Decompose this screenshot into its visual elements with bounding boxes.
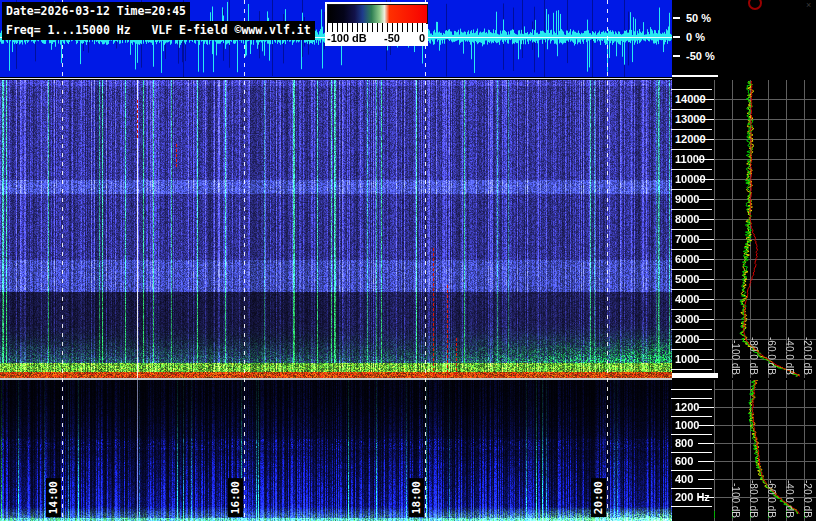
- freq-label-dash: [698, 99, 714, 100]
- db-label-upper: -40.0 dB: [784, 337, 795, 375]
- freq-tick-label: 3000: [675, 313, 699, 325]
- freq-minor-tick: [671, 209, 712, 210]
- freq-label-dash: [698, 279, 714, 280]
- vlf-monitor-screen: Date=2026-03-12 Time=20:45 Freq= 1...150…: [0, 0, 816, 521]
- freq-minor-tick: [671, 189, 712, 190]
- freq-minor-tick: [671, 309, 712, 310]
- db-label-upper: -20.0 dB: [802, 337, 813, 375]
- separator-spectrogram-panels: [0, 378, 672, 380]
- freq-tick-label: 1000: [675, 353, 699, 365]
- freq-tick-label: 8000: [675, 213, 699, 225]
- freq-minor-tick: [671, 329, 712, 330]
- db-label-upper: -100 dB: [730, 340, 741, 375]
- separator-right-mid: [672, 373, 718, 378]
- freq-label-dash: [698, 359, 714, 360]
- freq-label-dash: [698, 139, 714, 140]
- freq-minor-tick: [671, 169, 712, 170]
- freq-label-dash: [698, 443, 714, 444]
- db-label-lower: -20.0 dB: [802, 480, 813, 518]
- percent-label: 50 %: [686, 12, 711, 24]
- freq-label-dash: [698, 159, 714, 160]
- separator-waveform-spectrogram: [0, 78, 672, 79]
- separator-right-top: [672, 75, 718, 77]
- freq-label-dash: [698, 425, 714, 426]
- freq-label-dash: [698, 299, 714, 300]
- percent-label: -50 %: [686, 50, 715, 62]
- percent-label: 0 %: [686, 31, 705, 43]
- red-circle-indicator: [748, 0, 762, 10]
- freq-minor-tick: [671, 398, 712, 399]
- freq-minor-tick: [671, 129, 712, 130]
- freq-minor-tick: [671, 470, 712, 471]
- spectrogram-lower: [0, 380, 672, 521]
- freq-minor-tick: [671, 416, 712, 417]
- freq-tick-label: 4000: [675, 293, 699, 305]
- header-freq-station: Freq= 1...15000 Hz VLF E-field ©www.vlf.…: [2, 21, 315, 40]
- faint-corner-glyph: ×: [806, 0, 811, 10]
- freq-minor-tick: [671, 149, 712, 150]
- freq-label-dash: [698, 407, 714, 408]
- freq-tick-label: 400: [675, 473, 693, 485]
- freq-minor-tick: [671, 506, 712, 507]
- freq-minor-tick: [671, 434, 712, 435]
- header-date-time: Date=2026-03-12 Time=20:45: [2, 2, 190, 21]
- freq-minor-tick: [671, 109, 712, 110]
- spectrum-plot-upper: [714, 80, 816, 378]
- freq-minor-tick: [671, 249, 712, 250]
- time-gridline: [62, 0, 63, 521]
- percent-tick: [673, 36, 680, 38]
- db-label-lower: -100 dB: [730, 483, 741, 518]
- freq-tick-label: 1000: [675, 419, 699, 431]
- freq-minor-tick: [671, 369, 712, 370]
- color-scale-ruler: [327, 23, 426, 32]
- percent-tick: [673, 55, 680, 57]
- db-label-upper: -60.0 dB: [766, 337, 777, 375]
- time-gridline: [244, 0, 245, 521]
- freq-label-dash: [698, 461, 714, 462]
- color-scale-labels: -100 dB -50 0: [327, 32, 426, 45]
- percent-tick: [673, 17, 680, 19]
- time-gridline: [425, 0, 426, 521]
- time-gridline: [607, 0, 608, 521]
- freq-minor-tick: [671, 389, 712, 390]
- freq-label-dash: [698, 497, 714, 498]
- freq-tick-label: 600: [675, 455, 693, 467]
- freq-label-dash: [698, 259, 714, 260]
- freq-label-dash: [698, 239, 714, 240]
- freq-label-dash: [698, 179, 714, 180]
- db-label-lower: -80.0 dB: [748, 480, 759, 518]
- freq-tick-label: 1200: [675, 401, 699, 413]
- db-label-lower: -40.0 dB: [784, 480, 795, 518]
- scale-label-mid: -50: [384, 32, 400, 44]
- scale-label-max: 0: [419, 32, 425, 44]
- freq-minor-tick: [671, 488, 712, 489]
- freq-label-dash: [698, 339, 714, 340]
- scale-label-min: -100 dB: [327, 32, 367, 44]
- freq-label-dash: [698, 119, 714, 120]
- freq-minor-tick: [671, 229, 712, 230]
- db-label-upper: -80.0 dB: [748, 337, 759, 375]
- freq-label-dash: [698, 319, 714, 320]
- freq-tick-label: 2000: [675, 333, 699, 345]
- time-label: 14:00: [46, 478, 61, 517]
- freq-minor-tick: [671, 452, 712, 453]
- freq-tick-label: 800: [675, 437, 693, 449]
- color-scale-gradient: [327, 4, 428, 24]
- time-label: 18:00: [409, 478, 424, 517]
- time-label: 20:00: [591, 478, 606, 517]
- color-scale-legend: -100 dB -50 0: [325, 2, 428, 46]
- freq-tick-label: 6000: [675, 253, 699, 265]
- freq-label-dash: [698, 479, 714, 480]
- freq-tick-label: 9000: [675, 193, 699, 205]
- time-label: 16:00: [228, 478, 243, 517]
- freq-label-dash: [698, 219, 714, 220]
- db-label-lower: -60.0 dB: [766, 480, 777, 518]
- freq-label-dash: [698, 199, 714, 200]
- spectrogram-upper: [0, 80, 672, 378]
- freq-tick-label: 5000: [675, 273, 699, 285]
- freq-minor-tick: [671, 349, 712, 350]
- freq-tick-label: 7000: [675, 233, 699, 245]
- freq-minor-tick: [671, 289, 712, 290]
- freq-minor-tick: [671, 269, 712, 270]
- freq-minor-tick: [671, 89, 712, 90]
